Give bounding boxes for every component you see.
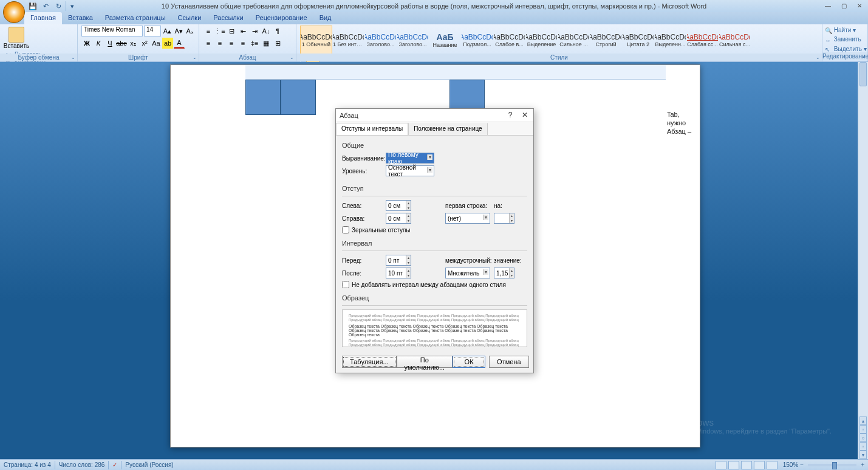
- no-space-checkbox[interactable]: Не добавлять интервал между абзацами одн…: [342, 281, 527, 288]
- view-print-layout-button[interactable]: [716, 461, 726, 469]
- zoom-in-button[interactable]: +: [861, 461, 864, 468]
- style-item[interactable]: АаБНазвание: [429, 26, 461, 55]
- style-item[interactable]: AaBbCcDcСильная с...: [719, 26, 751, 55]
- style-item[interactable]: AaBbCcDcСлабая сс...: [686, 26, 719, 55]
- zoom-level[interactable]: 150%: [783, 461, 799, 468]
- replace-button[interactable]: ↔ Заменить: [825, 36, 865, 43]
- align-right-button[interactable]: ≡: [226, 38, 237, 49]
- tab-layout[interactable]: Разметка страницы: [99, 12, 172, 24]
- alignment-combo[interactable]: По левому краю: [386, 153, 434, 164]
- proofing-icon[interactable]: ✓: [112, 461, 117, 468]
- mirror-indents-checkbox[interactable]: Зеркальные отступы: [342, 226, 527, 233]
- style-item[interactable]: AaBbCcDcСлабое в...: [493, 26, 525, 55]
- font-name-select[interactable]: Times New Roman: [81, 26, 143, 36]
- close-button[interactable]: ✕: [852, 1, 867, 10]
- dialog-help-button[interactable]: ?: [504, 110, 516, 120]
- qat-more-icon[interactable]: ▾: [66, 1, 77, 11]
- save-icon[interactable]: 💾: [27, 1, 38, 11]
- change-case-button[interactable]: Aa: [151, 38, 162, 49]
- style-item[interactable]: AaBbCcDcЦитата 2: [622, 26, 654, 55]
- style-item[interactable]: AaBbCcDcПодзагол...: [461, 26, 493, 55]
- status-page[interactable]: Страница: 4 из 4: [4, 461, 51, 468]
- indent-right-spinner[interactable]: 0 см: [386, 213, 411, 224]
- maximize-button[interactable]: ▢: [836, 1, 851, 10]
- borders-button[interactable]: ⊞: [272, 38, 283, 49]
- bold-button[interactable]: Ж: [81, 38, 92, 49]
- space-before-spinner[interactable]: 0 пт: [386, 255, 411, 266]
- tab-home[interactable]: Главная: [24, 12, 62, 24]
- style-item[interactable]: AaBbCcDcЗаголово...: [397, 26, 429, 55]
- highlight-button[interactable]: ab: [162, 38, 173, 49]
- default-button[interactable]: По умолчанию...: [397, 356, 453, 368]
- nospace-checkbox-input[interactable]: [342, 281, 349, 288]
- style-item[interactable]: AaBbCcDcВыделение: [525, 26, 558, 55]
- minimize-button[interactable]: —: [821, 1, 835, 10]
- style-item[interactable]: AaBbCcDcЗаголово...: [364, 26, 397, 55]
- ok-button[interactable]: ОК: [453, 356, 485, 368]
- sort-button[interactable]: A↓: [261, 26, 272, 36]
- grow-font-button[interactable]: A▴: [162, 26, 173, 36]
- find-button[interactable]: 🔍 Найти ▾: [825, 27, 865, 33]
- increase-indent-button[interactable]: ⇥: [249, 26, 260, 36]
- clear-formatting-button[interactable]: Aₓ: [185, 26, 195, 36]
- undo-icon[interactable]: ↶: [40, 1, 51, 11]
- paste-button[interactable]: Вставить: [4, 26, 29, 50]
- multilevel-button[interactable]: ⊟: [226, 26, 237, 36]
- status-words[interactable]: Число слов: 286: [59, 461, 105, 468]
- level-combo[interactable]: Основной текст: [386, 165, 434, 176]
- prev-page-button[interactable]: ◦: [859, 425, 867, 434]
- shrink-font-button[interactable]: A▾: [174, 26, 184, 36]
- select-button[interactable]: ↖ Выделить ▾: [825, 46, 865, 52]
- style-item[interactable]: AaBbCcDc1 Обычный: [300, 26, 332, 55]
- font-size-select[interactable]: 14: [144, 26, 161, 36]
- indent-left-spinner[interactable]: 0 см: [386, 200, 411, 211]
- dialog-close-button[interactable]: ✕: [519, 110, 531, 120]
- zoom-out-button[interactable]: −: [800, 461, 804, 468]
- scrollbar-thumb[interactable]: [859, 62, 867, 86]
- line-spacing-combo[interactable]: Множитель: [445, 268, 490, 278]
- show-marks-button[interactable]: ¶: [272, 26, 283, 36]
- by-spinner[interactable]: [494, 213, 514, 224]
- scroll-up-button[interactable]: ▴: [859, 416, 867, 425]
- view-web-layout-button[interactable]: [741, 461, 752, 469]
- next-page-button[interactable]: ◦: [859, 442, 867, 451]
- font-color-button[interactable]: A: [174, 38, 185, 49]
- tabs-button[interactable]: Табуляция...: [342, 356, 397, 368]
- tab-mailings[interactable]: Рассылки: [207, 12, 249, 24]
- first-line-combo[interactable]: (нет): [445, 213, 490, 224]
- zoom-slider[interactable]: [808, 464, 856, 466]
- style-item[interactable]: AaBbCcDcВыделенн...: [654, 26, 686, 55]
- scroll-down-button[interactable]: ▾: [859, 451, 867, 459]
- numbering-button[interactable]: ⋮≡: [214, 26, 225, 36]
- underline-button[interactable]: Ч: [104, 38, 115, 49]
- vertical-scrollbar[interactable]: ▴ ◦ ○ ◦ ▾: [858, 62, 868, 459]
- tab-view[interactable]: Вид: [313, 12, 338, 24]
- tab-review[interactable]: Рецензирование: [250, 12, 313, 24]
- style-item[interactable]: AaBbCcDc1 Без инте...: [332, 26, 364, 55]
- at-spinner[interactable]: 1,15: [494, 268, 514, 278]
- decrease-indent-button[interactable]: ⇤: [238, 26, 248, 36]
- align-center-button[interactable]: ≡: [214, 38, 225, 49]
- redo-icon[interactable]: ↻: [53, 1, 64, 11]
- view-draft-button[interactable]: [767, 461, 777, 469]
- subscript-button[interactable]: x₂: [128, 38, 138, 49]
- shading-button[interactable]: ▦: [261, 38, 272, 49]
- italic-button[interactable]: К: [93, 38, 104, 49]
- style-item[interactable]: AaBbCcDcСтрогий: [590, 26, 622, 55]
- line-spacing-button[interactable]: ‡≡: [249, 38, 260, 49]
- view-outline-button[interactable]: [754, 461, 765, 469]
- space-after-spinner[interactable]: 10 пт: [386, 268, 411, 278]
- dialog-tab-indents[interactable]: Отступы и интервалы: [336, 123, 408, 135]
- style-item[interactable]: AaBbCcDcСильное ...: [558, 26, 590, 55]
- dialog-tab-position[interactable]: Положение на странице: [408, 123, 487, 135]
- bullets-button[interactable]: ≡: [203, 26, 214, 36]
- status-language[interactable]: Русский (Россия): [125, 461, 173, 468]
- view-full-screen-button[interactable]: [728, 461, 739, 469]
- align-left-button[interactable]: ≡: [203, 38, 214, 49]
- office-button[interactable]: [3, 1, 25, 23]
- superscript-button[interactable]: x²: [139, 38, 150, 49]
- cancel-button[interactable]: Отмена: [489, 356, 528, 368]
- dialog-title-bar[interactable]: Абзац ? ✕: [336, 109, 533, 122]
- mirror-checkbox-input[interactable]: [342, 226, 349, 233]
- strikethrough-button[interactable]: abc: [116, 38, 127, 49]
